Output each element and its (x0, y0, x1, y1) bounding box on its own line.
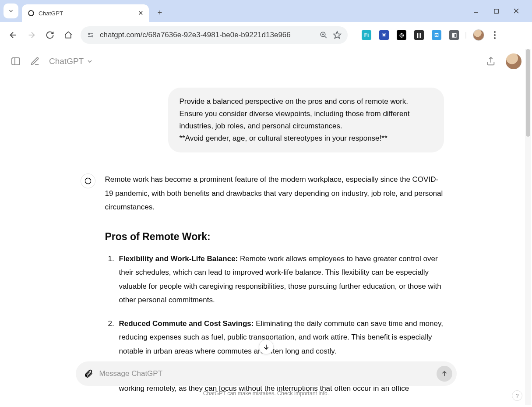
message-input[interactable] (99, 369, 430, 378)
svg-point-9 (92, 35, 93, 37)
scroll-to-bottom-button[interactable] (259, 340, 274, 354)
tab-search-button[interactable] (4, 4, 18, 18)
extension-icon[interactable]: Fi (362, 30, 371, 40)
help-button[interactable]: ? (512, 390, 522, 401)
window-controls (472, 0, 529, 22)
composer (76, 361, 457, 386)
tab-title: ChatGPT (39, 10, 134, 17)
tab-close-icon[interactable]: ✕ (138, 9, 144, 17)
extension-icon[interactable]: ◧ (449, 30, 459, 40)
browser-toolbar: chatgpt.com/c/68a7636e-92e3-4981-be0e-b9… (0, 22, 532, 48)
sidebar-toggle-icon[interactable] (11, 56, 21, 67)
extension-icon[interactable]: ✳ (379, 30, 389, 40)
content-area: Provide a balanced perspective on the pr… (0, 74, 524, 407)
new-tab-button[interactable]: + (153, 6, 166, 19)
list-item: Flexibility and Work-Life Balance: Remot… (116, 252, 444, 307)
zoom-icon[interactable] (320, 31, 328, 39)
back-button[interactable] (7, 29, 19, 41)
attach-icon[interactable] (84, 369, 93, 379)
assistant-intro: Remote work has become a prominent featu… (105, 173, 444, 214)
svg-rect-2 (494, 9, 498, 13)
forward-button[interactable] (25, 29, 38, 41)
svg-line-12 (324, 36, 327, 38)
reload-button[interactable] (44, 29, 56, 41)
chatgpt-favicon (27, 9, 35, 17)
conversation: Provide a balanced perspective on the pr… (72, 74, 453, 407)
scrollbar[interactable] (525, 49, 531, 405)
address-bar[interactable]: chatgpt.com/c/68a7636e-92e3-4981-be0e-b9… (81, 26, 348, 44)
extensions-row: Fi✳◎|||⊡◧ (362, 30, 459, 40)
minimize-button[interactable] (472, 7, 480, 15)
site-settings-icon[interactable] (87, 31, 95, 39)
user-message: Provide a balanced perspective on the pr… (168, 88, 444, 152)
window-close-button[interactable] (512, 7, 521, 15)
browser-tabstrip: ChatGPT ✕ + (0, 0, 532, 22)
browser-menu-button[interactable] (490, 31, 499, 39)
list-item-title: Flexibility and Work-Life Balance: (119, 255, 238, 263)
extension-icon[interactable]: ||| (414, 30, 424, 40)
extension-icon[interactable]: ◎ (397, 30, 406, 40)
app-header: ChatGPT (0, 48, 532, 74)
list-item: Reduced Commute and Cost Savings: Elimin… (116, 317, 444, 358)
model-selector[interactable]: ChatGPT (49, 57, 93, 66)
composer-area: ChatGPT can make mistakes. Check importa… (76, 361, 457, 396)
scrollbar-thumb[interactable] (526, 49, 530, 137)
model-name: ChatGPT (49, 57, 84, 66)
bookmark-icon[interactable] (333, 31, 342, 39)
profile-avatar[interactable] (473, 29, 484, 41)
extension-icon[interactable]: ⊡ (432, 30, 441, 40)
share-icon[interactable] (486, 56, 496, 67)
user-avatar[interactable] (506, 53, 521, 69)
home-button[interactable] (62, 29, 74, 41)
url-text: chatgpt.com/c/68a7636e-92e3-4981-be0e-b9… (100, 31, 291, 39)
svg-rect-16 (12, 58, 20, 65)
svg-point-7 (88, 33, 90, 34)
chevron-down-icon (86, 58, 93, 65)
list-item-title: Reduced Commute and Cost Savings: (119, 319, 254, 328)
footer-note: ChatGPT can make mistakes. Check importa… (76, 390, 457, 396)
assistant-avatar-icon (81, 173, 95, 188)
send-button[interactable] (437, 366, 452, 382)
maximize-button[interactable] (492, 7, 500, 15)
new-chat-icon[interactable] (30, 56, 40, 67)
browser-tab[interactable]: ChatGPT ✕ (22, 4, 149, 22)
svg-marker-15 (334, 31, 341, 38)
section-heading: Pros of Remote Work: (105, 227, 444, 246)
